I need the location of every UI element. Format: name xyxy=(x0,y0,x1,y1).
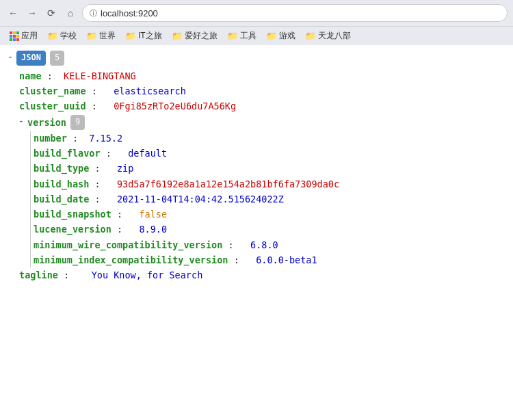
svg-rect-1 xyxy=(13,31,16,34)
build-date-value: 2021-11-04T14:04:42.515624022Z xyxy=(117,194,284,205)
bookmark-school[interactable]: 📁 学校 xyxy=(43,29,81,43)
build-date-row: build_date : 2021-11-04T14:04:42.5156240… xyxy=(34,192,505,207)
number-value: 7.15.2 xyxy=(89,133,122,144)
folder-icon-1: 📁 xyxy=(47,31,58,41)
cluster-uuid-value: 0Fgi85zRTo2eU6du7A56Kg xyxy=(114,101,236,111)
build-type-row: build_type : zip xyxy=(34,161,505,176)
cluster-uuid-row: cluster_uuid : 0Fgi85zRTo2eU6du7A56Kg xyxy=(19,99,505,114)
tagline-value: You Know, for Search xyxy=(92,270,203,280)
name-row: name : KELE-BINGTANG xyxy=(19,68,505,83)
forward-button[interactable]: → xyxy=(25,5,40,21)
folder-icon-2: 📁 xyxy=(86,31,97,41)
build-flavor-value: default xyxy=(128,148,167,159)
json-badge[interactable]: JSON xyxy=(16,51,46,66)
lucene-version-value: 8.9.0 xyxy=(139,224,167,235)
cluster-name-value: elasticsearch xyxy=(114,86,186,96)
cluster-name-key: cluster_name xyxy=(19,86,86,96)
min-wire-key: minimum_wire_compatibility_version xyxy=(34,239,222,250)
version-subtree: number : 7.15.2 build_flavor : default b… xyxy=(30,131,505,267)
nav-bar: ← → ⟳ ⌂ ⓘ localhost:9200 xyxy=(0,0,513,26)
bookmarks-bar: 应用 📁 学校 📁 世界 📁 IT之旅 📁 爱好之旅 📁 工具 📁 游戏 📁 xyxy=(0,26,513,45)
bookmark-hobby[interactable]: 📁 爱好之旅 xyxy=(168,29,222,43)
tagline-row: tagline : You Know, for Search xyxy=(19,267,505,283)
min-index-value: 6.0.0-beta1 xyxy=(256,254,317,265)
bookmark-it-label: IT之旅 xyxy=(138,30,162,42)
build-snapshot-value: false xyxy=(139,209,167,220)
build-type-value: zip xyxy=(117,163,133,174)
min-wire-value: 6.8.0 xyxy=(250,239,278,250)
bookmark-games-label: 游戏 xyxy=(279,30,295,42)
folder-icon-7: 📁 xyxy=(305,31,316,41)
version-section-header: ⁃ version 9 xyxy=(19,115,505,130)
min-index-key: minimum_index_compatibility_version xyxy=(34,254,228,265)
min-wire-row: minimum_wire_compatibility_version : 6.8… xyxy=(34,237,505,252)
cluster-name-row: cluster_name : elasticsearch xyxy=(19,83,505,99)
svg-rect-3 xyxy=(10,35,12,38)
address-bar[interactable]: ⓘ localhost:9200 xyxy=(82,4,508,22)
bookmark-apps[interactable]: 应用 xyxy=(5,29,42,43)
name-key: name xyxy=(19,70,42,81)
svg-rect-2 xyxy=(16,31,19,34)
folder-icon-3: 📁 xyxy=(125,31,136,41)
json-content: ⁃ JSON 5 name : KELE-BINGTANG cluster_na… xyxy=(0,45,513,289)
number-row: number : 7.15.2 xyxy=(34,131,505,146)
tagline-key: tagline xyxy=(19,270,58,280)
apps-icon xyxy=(10,31,19,41)
number-key: number xyxy=(34,133,67,144)
bookmark-it[interactable]: 📁 IT之旅 xyxy=(121,29,166,43)
min-index-row: minimum_index_compatibility_version : 6.… xyxy=(34,252,505,267)
url-text: localhost:9200 xyxy=(101,8,158,18)
collapse-button[interactable]: ⁃ xyxy=(8,51,12,65)
bookmark-tools-label: 工具 xyxy=(240,30,256,42)
bookmark-apps-label: 应用 xyxy=(21,30,38,42)
json-header: ⁃ JSON 5 xyxy=(8,51,505,66)
folder-icon-4: 📁 xyxy=(172,31,183,41)
bookmark-world[interactable]: 📁 世界 xyxy=(82,29,120,43)
back-button[interactable]: ← xyxy=(5,5,21,21)
bookmark-tianlong[interactable]: 📁 天龙八部 xyxy=(301,29,355,43)
home-button[interactable]: ⌂ xyxy=(63,5,78,21)
version-count-badge: 9 xyxy=(70,115,85,130)
build-snapshot-key: build_snapshot xyxy=(34,209,111,220)
reload-button[interactable]: ⟳ xyxy=(44,5,59,21)
lucene-version-key: lucene_version xyxy=(34,224,111,235)
bookmark-games[interactable]: 📁 游戏 xyxy=(262,29,300,43)
cluster-uuid-colon: : xyxy=(92,101,108,111)
bookmark-school-label: 学校 xyxy=(60,30,77,42)
build-hash-value: 93d5a7f6192e8a1a12e154a2b81bf6fa7309da0c xyxy=(117,179,339,189)
bookmark-tianlong-label: 天龙八部 xyxy=(318,30,351,42)
cluster-name-colon: : xyxy=(92,86,108,96)
lock-icon: ⓘ xyxy=(90,8,97,18)
svg-rect-0 xyxy=(10,31,12,34)
build-date-key: build_date xyxy=(34,194,89,205)
svg-rect-5 xyxy=(16,35,19,38)
folder-icon-5: 📁 xyxy=(227,31,238,41)
svg-rect-4 xyxy=(13,35,16,38)
build-hash-key: build_hash xyxy=(34,179,89,189)
cluster-uuid-key: cluster_uuid xyxy=(19,101,86,111)
count-badge: 5 xyxy=(50,51,64,66)
version-key: version xyxy=(27,115,66,130)
build-snapshot-row: build_snapshot : false xyxy=(34,207,505,222)
bookmark-world-label: 世界 xyxy=(99,30,116,42)
svg-rect-8 xyxy=(16,38,19,41)
svg-rect-7 xyxy=(13,38,16,41)
bookmark-tools[interactable]: 📁 工具 xyxy=(223,29,261,43)
top-level-fields: name : KELE-BINGTANG cluster_name : elas… xyxy=(19,68,505,283)
folder-icon-6: 📁 xyxy=(266,31,277,41)
build-hash-row: build_hash : 93d5a7f6192e8a1a12e154a2b81… xyxy=(34,176,505,192)
browser-chrome: ← → ⟳ ⌂ ⓘ localhost:9200 xyxy=(0,0,513,45)
build-type-key: build_type xyxy=(34,163,89,174)
lucene-version-row: lucene_version : 8.9.0 xyxy=(34,222,505,237)
build-flavor-row: build_flavor : default xyxy=(34,146,505,161)
build-flavor-key: build_flavor xyxy=(34,148,101,159)
name-colon: : xyxy=(47,70,58,81)
version-collapse-button[interactable]: ⁃ xyxy=(19,116,23,129)
name-value: KELE-BINGTANG xyxy=(64,70,136,81)
bookmark-hobby-label: 爱好之旅 xyxy=(185,30,218,42)
svg-rect-6 xyxy=(10,38,12,41)
